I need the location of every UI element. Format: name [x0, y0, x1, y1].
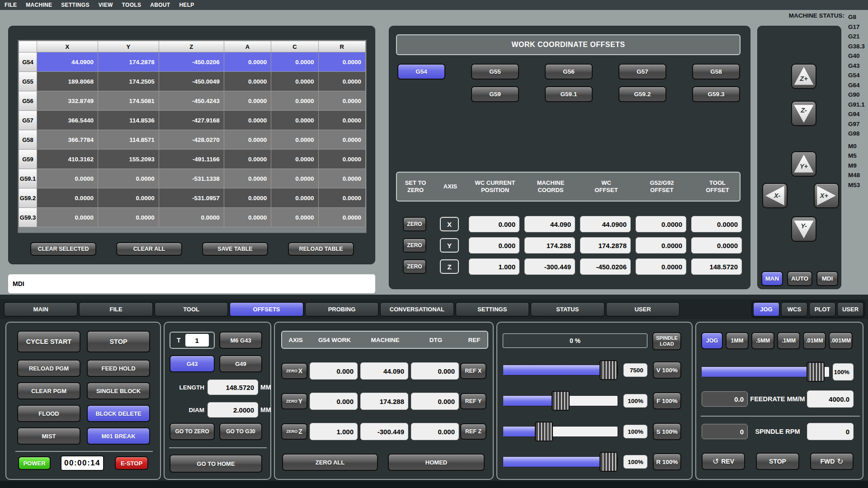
g49-button[interactable]: G49 [219, 355, 262, 372]
menu-item-help[interactable]: HELP [179, 2, 194, 8]
jog-y-plus-button[interactable]: Y+ [791, 151, 816, 177]
offsets-cell-g59-y[interactable]: 155.2093 [98, 150, 159, 169]
offsets-cell-g57-a[interactable]: 0.0000 [224, 111, 271, 130]
mist-button[interactable]: MIST [17, 427, 80, 445]
offsets-cell-g59-3-r[interactable]: 0.0000 [318, 208, 365, 227]
offsets-table-row-g56[interactable]: G56332.8749174.5081-450.42430.00000.0000… [19, 91, 366, 111]
wco-g55-button[interactable]: G55 [471, 64, 519, 80]
offsets-cell-g55-a[interactable]: 0.0000 [224, 72, 271, 91]
wco-g57-button[interactable]: G57 [618, 64, 666, 80]
wco-zero-z-button[interactable]: ZERO [403, 259, 426, 274]
mdi-mode-button[interactable]: MDI [816, 271, 838, 286]
offsets-cell-g55-x[interactable]: 189.8068 [37, 72, 98, 91]
side-tab-user[interactable]: USER [837, 302, 864, 317]
offsets-cell-g55-r[interactable]: 0.0000 [318, 72, 365, 91]
wco-g59-2-button[interactable]: G59.2 [618, 86, 666, 102]
g43-button[interactable]: G43 [170, 355, 215, 372]
offsets-cell-g59-1-y[interactable]: 0.0000 [98, 169, 159, 188]
offsets-cell-g59-3-z[interactable]: 0.0000 [159, 208, 224, 227]
jog-x-minus-button[interactable]: X- [762, 183, 788, 208]
tab-offsets[interactable]: OFFSETS [229, 302, 303, 317]
tab-tool[interactable]: TOOL [154, 302, 228, 317]
zero-y-button[interactable]: ZEROY [281, 393, 307, 409]
jog-x-plus-button[interactable]: X+ [814, 183, 839, 208]
feed-override-handle[interactable] [552, 391, 570, 411]
offsets-row-header-g54[interactable]: G54 [19, 52, 37, 72]
homed-button[interactable]: HOMED [388, 454, 485, 471]
offsets-column-header-c[interactable]: C [271, 41, 318, 52]
offsets-cell-g58-r[interactable]: 0.0000 [318, 130, 365, 150]
max-velocity-handle[interactable] [599, 360, 618, 380]
offsets-cell-g59-2-r[interactable]: 0.0000 [318, 188, 365, 208]
offsets-cell-g54-r[interactable]: 0.0000 [318, 52, 365, 72]
zero-all-button[interactable]: ZERO ALL [282, 454, 378, 471]
rapid-override-handle[interactable] [599, 452, 618, 472]
offsets-cell-g54-a[interactable]: 0.0000 [224, 52, 271, 72]
feed-override-button[interactable]: F 100% [653, 392, 681, 409]
spindle-override-slider[interactable] [503, 426, 618, 437]
offsets-table-row-g59-1[interactable]: G59.10.00000.0000-531.13380.00000.00000.… [19, 169, 366, 188]
offsets-cell-g59-1-c[interactable]: 0.0000 [271, 169, 318, 188]
clear-selected-button[interactable]: CLEAR SELECTED [30, 242, 96, 256]
menu-item-file[interactable]: FILE [5, 2, 17, 8]
ref-z-button[interactable]: REF Z [460, 423, 486, 440]
offsets-cell-g59-2-x[interactable]: 0.0000 [37, 188, 98, 208]
e-stop-button[interactable]: E-STOP [115, 456, 148, 470]
increment-jog-button[interactable]: JOG [701, 332, 723, 349]
offsets-cell-g57-c[interactable]: 0.0000 [271, 111, 318, 130]
spindle-override-handle[interactable] [535, 422, 553, 441]
offsets-column-header-r[interactable]: R [318, 41, 365, 52]
auto-mode-button[interactable]: AUTO [787, 271, 812, 286]
offsets-cell-g58-c[interactable]: 0.0000 [271, 130, 318, 150]
menu-item-settings[interactable]: SETTINGS [61, 2, 89, 8]
wco-g59-1-button[interactable]: G59.1 [545, 86, 593, 102]
offsets-cell-g56-x[interactable]: 332.8749 [37, 91, 98, 111]
offsets-column-header-z[interactable]: Z [159, 41, 224, 52]
zero-z-button[interactable]: ZEROZ [281, 423, 307, 440]
jog-rate-slider[interactable] [701, 366, 830, 377]
offsets-cell-g59-1-z[interactable]: -531.1338 [159, 169, 224, 188]
offsets-table-row-g59[interactable]: G59410.3162155.2093-491.11660.00000.0000… [19, 150, 366, 169]
offsets-cell-g59-1-a[interactable]: 0.0000 [224, 169, 271, 188]
offsets-table-row-g54[interactable]: G5444.0900174.2878-450.02060.00000.00000… [19, 52, 366, 72]
increment-1mm-button[interactable]: .1MM [777, 332, 800, 349]
tab-probing[interactable]: PROBING [305, 302, 379, 317]
max-velocity-slider[interactable] [503, 365, 618, 375]
offsets-cell-g59-3-c[interactable]: 0.0000 [271, 208, 318, 227]
side-tab-plot[interactable]: PLOT [809, 302, 836, 317]
m6-g43-button[interactable]: M6 G43 [219, 332, 262, 349]
cycle-start-button[interactable]: CYCLE START [17, 331, 80, 352]
wco-g56-button[interactable]: G56 [545, 64, 593, 80]
offsets-cell-g59-3-x[interactable]: 0.0000 [37, 208, 98, 227]
offsets-cell-g56-r[interactable]: 0.0000 [318, 91, 365, 111]
wco-zero-y-button[interactable]: ZERO [403, 238, 426, 253]
spindle-forward-button[interactable]: FWD ↻ [810, 453, 854, 470]
offsets-cell-g56-a[interactable]: 0.0000 [224, 91, 271, 111]
reload-table-button[interactable]: RELOAD TABLE [288, 242, 354, 256]
spindle-stop-button[interactable]: STOP [756, 453, 799, 470]
tab-conversational[interactable]: CONVERSATIONAL [380, 302, 454, 317]
offsets-cell-g55-c[interactable]: 0.0000 [271, 72, 318, 91]
offsets-cell-g56-z[interactable]: -450.4243 [159, 91, 224, 111]
flood-button[interactable]: FLOOD [17, 405, 80, 422]
offsets-cell-g59-x[interactable]: 410.3162 [37, 150, 98, 169]
clear-pgm-button[interactable]: CLEAR PGM [17, 382, 80, 399]
spindle-reverse-button[interactable]: ↺ REV [702, 453, 745, 470]
m01-break-button[interactable]: M01 BREAK [87, 427, 150, 445]
offsets-cell-g59-2-y[interactable]: 0.0000 [98, 188, 159, 208]
spindle-load-button[interactable]: SPINDLE LOAD [652, 332, 681, 350]
offsets-cell-g59-c[interactable]: 0.0000 [271, 150, 318, 169]
offsets-row-header-g59-1[interactable]: G59.1 [19, 169, 37, 188]
offsets-table-row-g58[interactable]: G58366.7784114.8571-428.02700.00000.0000… [19, 130, 366, 150]
jog-z-plus-button[interactable]: Z+ [791, 64, 816, 89]
feed-override-slider[interactable] [503, 395, 618, 406]
tab-settings[interactable]: SETTINGS [455, 302, 529, 317]
offsets-table-row-g59-2[interactable]: G59.20.00000.0000-531.09570.00000.00000.… [19, 188, 366, 208]
offsets-cell-g57-z[interactable]: -427.9168 [159, 111, 224, 130]
offsets-cell-g58-a[interactable]: 0.0000 [224, 130, 271, 150]
increment-5mm-button[interactable]: .5MM [751, 332, 774, 349]
offsets-cell-g59-1-x[interactable]: 0.0000 [37, 169, 98, 188]
offsets-table-row-g57[interactable]: G57366.5440114.8536-427.91680.00000.0000… [19, 111, 366, 130]
offsets-table-row-g59-3[interactable]: G59.30.00000.00000.00000.00000.00000.000… [19, 208, 366, 227]
mdi-input[interactable]: MDI [8, 274, 375, 293]
